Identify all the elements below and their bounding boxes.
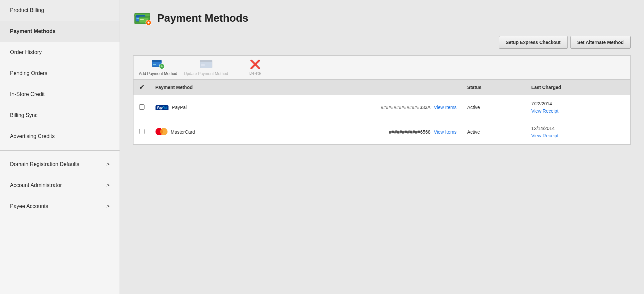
- payment-methods-table: ✔ Payment Method Status Last Charged: [133, 79, 631, 145]
- row-checkbox-cell: [134, 95, 150, 120]
- paypal-badge-icon: PayPal: [156, 105, 169, 110]
- paypal-last-charged-date: 7/22/2014: [531, 100, 625, 107]
- mastercard-status-cell: Active: [462, 120, 526, 144]
- payment-table-container: + Add Payment Method Update Payment Meth…: [133, 55, 631, 145]
- sidebar-divider: [0, 150, 120, 151]
- mastercard-name-mask: MasterCard: [171, 129, 386, 135]
- mastercard-view-items-link[interactable]: View Items: [434, 129, 457, 135]
- update-payment-icon: [200, 59, 212, 70]
- table-header-status: Status: [462, 80, 526, 95]
- table-header-payment-method: Payment Method: [150, 80, 462, 95]
- svg-rect-17: [201, 64, 205, 66]
- action-buttons: Setup Express Checkout Set Alternate Met…: [133, 36, 631, 49]
- table-header-check: ✔: [134, 80, 150, 95]
- mastercard-last-charged-date: 12/14/2014: [531, 125, 625, 132]
- sidebar-item-billing-sync[interactable]: Billing Sync: [0, 105, 120, 126]
- set-alternate-method-button[interactable]: Set Alternate Method: [570, 36, 631, 49]
- table-row: PayPal PayPal ###############333A View I…: [134, 95, 631, 120]
- sidebar-item-domain-registration-defaults[interactable]: Domain Registration Defaults >: [0, 154, 120, 175]
- wallet-icon: +: [133, 10, 152, 26]
- toolbar-separator: [235, 59, 235, 76]
- page-title: Payment Methods: [157, 12, 248, 24]
- svg-text:+: +: [147, 20, 150, 25]
- svg-rect-16: [200, 60, 212, 62]
- svg-rect-12: [153, 64, 156, 65]
- svg-rect-7: [140, 19, 144, 20]
- add-payment-icon: +: [152, 59, 164, 70]
- arrow-icon: >: [107, 182, 110, 188]
- svg-text:+: +: [161, 64, 163, 69]
- mastercard-method-cell: MasterCard ############6568 View Items: [150, 120, 462, 144]
- svg-rect-6: [139, 17, 149, 18]
- toolbar: + Add Payment Method Update Payment Meth…: [133, 55, 631, 79]
- sidebar-item-payee-accounts[interactable]: Payee Accounts >: [0, 196, 120, 217]
- mastercard-badge-icon: [156, 128, 167, 137]
- sidebar-item-payment-methods[interactable]: Payment Methods: [0, 21, 120, 42]
- sidebar-item-advertising-credits[interactable]: Advertising Credits: [0, 126, 120, 147]
- delete-toolbar-item[interactable]: ❌ Delete: [242, 59, 268, 76]
- paypal-status-cell: Active: [462, 95, 526, 120]
- update-payment-method-toolbar-item[interactable]: Update Payment Method: [184, 59, 228, 76]
- sidebar-item-in-store-credit[interactable]: In-Store Credit: [0, 84, 120, 105]
- svg-rect-11: [152, 60, 161, 62]
- paypal-view-items-link[interactable]: View Items: [434, 105, 457, 110]
- sidebar-item-account-administrator[interactable]: Account Administrator >: [0, 175, 120, 196]
- paypal-view-receipt-link[interactable]: View Receipt: [531, 108, 558, 114]
- paypal-method-cell: PayPal PayPal ###############333A View I…: [150, 95, 462, 120]
- mastercard-last-charged-cell: 12/14/2014 View Receipt: [526, 120, 631, 144]
- sidebar: Product Billing Payment Methods Order Hi…: [0, 0, 120, 294]
- sidebar-item-pending-orders[interactable]: Pending Orders: [0, 63, 120, 84]
- mastercard-view-receipt-link[interactable]: View Receipt: [531, 133, 558, 138]
- sidebar-item-product-billing[interactable]: Product Billing: [0, 0, 120, 21]
- table-header-last-charged: Last Charged: [526, 80, 631, 95]
- mastercard-row-checkbox[interactable]: [139, 129, 145, 134]
- paypal-name-mask: PayPal: [172, 105, 377, 110]
- main-content: + Payment Methods Setup Express Checkout…: [120, 0, 644, 294]
- paypal-last-charged-cell: 7/22/2014 View Receipt: [526, 95, 631, 120]
- sidebar-item-order-history[interactable]: Order History: [0, 42, 120, 63]
- row-checkbox-cell: [134, 120, 150, 144]
- arrow-icon: >: [107, 161, 110, 167]
- mastercard-mask: ############6568: [389, 129, 431, 135]
- page-header: + Payment Methods: [133, 10, 631, 26]
- paypal-row-checkbox[interactable]: [139, 104, 145, 110]
- delete-icon: ❌: [250, 59, 260, 70]
- paypal-mask: ###############333A: [381, 105, 431, 110]
- arrow-icon: >: [107, 203, 110, 209]
- add-payment-method-toolbar-item[interactable]: + Add Payment Method: [139, 59, 177, 76]
- setup-express-checkout-button[interactable]: Setup Express Checkout: [499, 36, 568, 49]
- table-row: MasterCard ############6568 View Items A…: [134, 120, 631, 144]
